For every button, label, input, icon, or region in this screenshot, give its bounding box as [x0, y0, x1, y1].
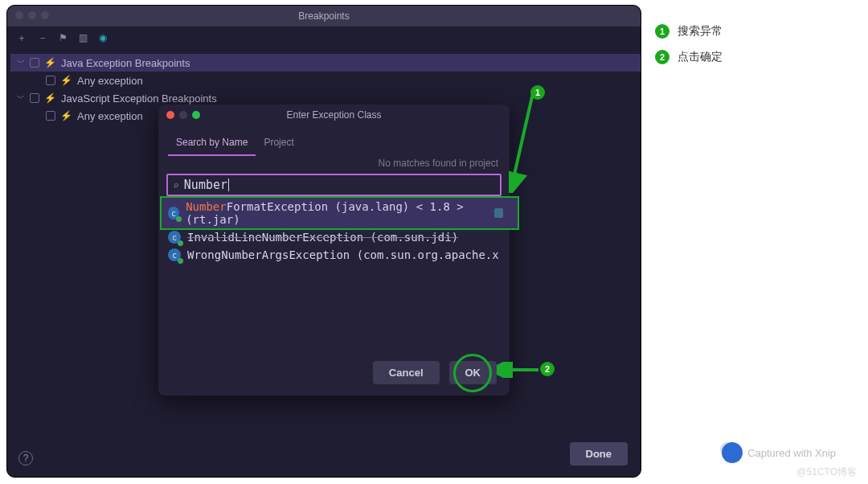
bolt-icon: ⚡ [44, 57, 56, 68]
zoom-icon[interactable] [41, 11, 49, 19]
result-rest: WrongNumberArgsException (com.sun.org.ap… [187, 248, 499, 261]
checkbox[interactable] [30, 58, 39, 68]
search-icon: ⌕ [173, 179, 179, 191]
enter-exception-dialog: Enter Exception Class Search by Name Pro… [158, 105, 510, 396]
breakpoints-window: Breakpoints ＋ － ⚑ ▥ ◉ ﹀ ⚡ Java Exception… [6, 5, 641, 478]
search-value: Number [184, 178, 227, 192]
view-icon[interactable]: ◉ [99, 32, 107, 43]
tree-label: Any exception [77, 75, 143, 87]
result-row[interactable]: c WrongNumberArgsException (com.sun.org.… [165, 246, 503, 264]
window-titlebar: Breakpoints [7, 6, 641, 27]
results-list: c NumberFormatException (java.lang) < 1.… [165, 198, 503, 264]
tree-label: JavaScript Exception Breakpoints [61, 92, 217, 105]
bolt-icon: ⚡ [60, 110, 72, 121]
wechat-icon [722, 442, 743, 463]
note-badge-1: 1 [655, 24, 669, 39]
tree-row-any-exception-java[interactable]: ⚡ Any exception [10, 72, 641, 89]
result-rest: FormatException (java.lang) < 1.8 > (rt.… [186, 200, 464, 226]
annotation-badge-1: 1 [530, 85, 545, 100]
result-match: Number [186, 200, 227, 213]
result-rest: InvalidLineNumberException (com.sun.jdi) [187, 231, 458, 244]
text-caret [228, 178, 229, 191]
dialog-buttons: Cancel OK [373, 361, 497, 384]
window-traffic-lights[interactable] [15, 11, 49, 19]
zoom-icon[interactable] [192, 111, 200, 119]
chevron-down-icon[interactable]: ﹀ [17, 57, 25, 68]
tab-project[interactable]: Project [256, 132, 301, 156]
dialog-traffic-lights[interactable] [166, 111, 200, 119]
bolt-icon: ⚡ [60, 75, 72, 86]
bolt-icon: ⚡ [44, 92, 56, 104]
class-icon: c [168, 207, 179, 219]
remove-icon[interactable]: － [38, 31, 47, 45]
done-button[interactable]: Done [570, 442, 628, 466]
note-text-2: 点击确定 [678, 50, 723, 64]
toolbar: ＋ － ⚑ ▥ ◉ [7, 27, 641, 49]
footer-watermark: @51CTO博客 [796, 466, 857, 479]
tree-label: Java Exception Breakpoints [61, 57, 190, 69]
group-icon[interactable]: ▥ [79, 32, 88, 43]
cancel-button[interactable]: Cancel [373, 361, 440, 384]
search-input[interactable]: ⌕ Number [166, 174, 502, 196]
class-icon: c [168, 248, 181, 261]
jar-icon [494, 208, 503, 218]
note-row-1: 1 搜索异常 [655, 24, 856, 39]
close-icon[interactable] [15, 11, 23, 19]
ok-label: OK [465, 367, 481, 379]
close-icon[interactable] [166, 111, 174, 119]
note-text-1: 搜索异常 [678, 24, 723, 39]
no-matches-hint: No matches found in project [158, 156, 510, 169]
note-badge-2: 2 [655, 50, 669, 64]
minimize-icon[interactable] [28, 11, 36, 19]
dialog-title: Enter Exception Class [286, 109, 381, 121]
annotation-badge-2: 2 [540, 362, 555, 376]
result-row[interactable]: c InvalidLineNumberException (com.sun.jd… [165, 228, 503, 246]
class-icon: c [168, 231, 181, 244]
flag-icon[interactable]: ⚑ [59, 32, 68, 43]
add-icon[interactable]: ＋ [17, 31, 27, 45]
dialog-tabs: Search by Name Project [158, 125, 510, 156]
window-title: Breakpoints [298, 10, 349, 22]
tree-label: Any exception [77, 110, 143, 122]
minimize-icon[interactable] [179, 111, 187, 119]
tree-row-java-exception[interactable]: ﹀ ⚡ Java Exception Breakpoints [10, 54, 641, 72]
chevron-down-icon[interactable]: ﹀ [17, 92, 25, 104]
checkbox[interactable] [46, 76, 55, 85]
tab-search-by-name[interactable]: Search by Name [168, 132, 256, 156]
ok-button[interactable]: OK [449, 361, 497, 384]
capture-watermark: Captured with Xnip [722, 442, 836, 463]
help-button[interactable]: ? [18, 451, 33, 466]
result-row-selected[interactable]: c NumberFormatException (java.lang) < 1.… [162, 198, 518, 228]
dialog-titlebar: Enter Exception Class [158, 105, 510, 125]
watermark-text: Captured with Xnip [747, 447, 836, 459]
checkbox[interactable] [30, 93, 39, 103]
checkbox[interactable] [46, 111, 55, 121]
note-row-2: 2 点击确定 [655, 50, 856, 64]
annotation-notes: 1 搜索异常 2 点击确定 [655, 24, 856, 76]
